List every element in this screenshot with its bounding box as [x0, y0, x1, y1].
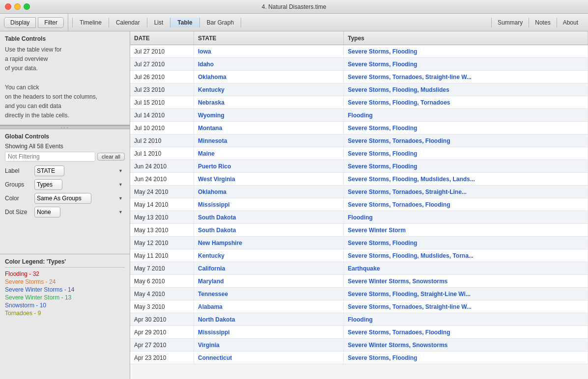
table-row[interactable]: Jul 14 2010WyomingFlooding [130, 109, 588, 122]
tab-about[interactable]: About [557, 18, 584, 27]
filter-input[interactable] [5, 152, 95, 162]
td-state[interactable]: Nebraska [194, 96, 344, 108]
table-row[interactable]: May 7 2010CaliforniaEarthquake [130, 262, 588, 275]
table-row[interactable]: May 24 2010OklahomaSevere Storms, Tornad… [130, 186, 588, 198]
td-types[interactable]: Severe Storms, Flooding, Mudslides [344, 83, 588, 96]
td-types[interactable]: Severe Storms, Flooding [344, 160, 588, 172]
table-row[interactable]: Jul 27 2010IdahoSevere Storms, Flooding [130, 58, 588, 71]
td-state[interactable]: South Dakota [194, 224, 344, 236]
td-types[interactable]: Severe Storms, Tornadoes, Flooding [344, 198, 588, 211]
td-types[interactable]: Flooding [344, 109, 588, 121]
td-state[interactable]: Virginia [194, 339, 344, 351]
td-types[interactable]: Severe Winter Storms, Snowstorms [344, 275, 588, 287]
td-types[interactable]: Severe Storms, Flooding, Mudslides, Land… [344, 173, 588, 185]
td-state[interactable]: Puerto Rico [194, 160, 344, 172]
td-state[interactable]: Connecticut [194, 352, 344, 364]
tab-filter[interactable]: Filter [38, 17, 64, 28]
td-state[interactable]: West Virginia [194, 173, 344, 185]
th-state[interactable]: STATE [194, 31, 344, 45]
td-types[interactable]: Severe Storms, Flooding [344, 58, 588, 70]
table-row[interactable]: Apr 29 2010MississippiSevere Storms, Tor… [130, 326, 588, 339]
td-state[interactable]: Oklahoma [194, 186, 344, 198]
td-types[interactable]: Flooding [344, 211, 588, 223]
td-state[interactable]: New Hampshire [194, 237, 344, 249]
table-row[interactable]: May 14 2010MississippiSevere Storms, Tor… [130, 198, 588, 211]
td-state[interactable]: California [194, 262, 344, 274]
td-types[interactable]: Flooding [344, 313, 588, 325]
td-state[interactable]: Mississippi [194, 326, 344, 338]
td-types[interactable]: Severe Storms, Tornadoes, Flooding [344, 326, 588, 338]
td-types[interactable]: Severe Storms, Tornadoes, Straight-line … [344, 300, 588, 313]
table-row[interactable]: Jul 27 2010IowaSevere Storms, Flooding [130, 45, 588, 58]
td-state[interactable]: Alabama [194, 300, 344, 313]
tab-list[interactable]: List [147, 18, 171, 27]
table-row[interactable]: May 4 2010TennesseeSevere Storms, Floodi… [130, 288, 588, 300]
table-row[interactable]: Jul 1 2010MaineSevere Storms, Flooding [130, 147, 588, 160]
td-types[interactable]: Severe Storms, Tornadoes, Straight-line … [344, 71, 588, 83]
td-state[interactable]: North Dakota [194, 313, 344, 325]
table-row[interactable]: Jul 10 2010MontanaSevere Storms, Floodin… [130, 122, 588, 135]
td-types[interactable]: Severe Storms, Tornadoes, Flooding [344, 135, 588, 147]
table-row[interactable]: May 11 2010KentuckySevere Storms, Floodi… [130, 249, 588, 262]
td-state[interactable]: Montana [194, 122, 344, 134]
td-state[interactable]: Mississippi [194, 198, 344, 211]
td-state[interactable]: South Dakota [194, 211, 344, 223]
td-types[interactable]: Severe Storms, Flooding, Mudslides, Torn… [344, 249, 588, 262]
td-types[interactable]: Severe Winter Storm [344, 224, 588, 236]
label-select[interactable]: STATE [34, 165, 64, 176]
window-controls[interactable] [5, 3, 30, 10]
td-state[interactable]: Minnesota [194, 135, 344, 147]
close-button[interactable] [5, 3, 11, 10]
td-state[interactable]: Kentucky [194, 83, 344, 96]
th-date[interactable]: DATE [130, 31, 194, 45]
td-types[interactable]: Earthquake [344, 262, 588, 274]
td-types[interactable]: Severe Storms, Flooding [344, 122, 588, 134]
td-state[interactable]: Iowa [194, 45, 344, 57]
table-row[interactable]: Apr 27 2010VirginiaSevere Winter Storms,… [130, 339, 588, 352]
dot-size-select[interactable]: None [34, 207, 60, 217]
table-row[interactable]: Apr 30 2010North DakotaFlooding [130, 313, 588, 326]
table-body[interactable]: Jul 27 2010IowaSevere Storms, FloodingJu… [130, 45, 588, 379]
td-types[interactable]: Severe Storms, Tornadoes, Straight-Line.… [344, 186, 588, 198]
table-row[interactable]: Jul 15 2010NebraskaSevere Storms, Floodi… [130, 96, 588, 109]
tab-display[interactable]: Display [4, 17, 36, 28]
table-row[interactable]: Apr 23 2010ConnecticutSevere Storms, Flo… [130, 352, 588, 364]
td-state[interactable]: Oklahoma [194, 71, 344, 83]
table-row[interactable]: May 3 2010AlabamaSevere Storms, Tornadoe… [130, 300, 588, 313]
td-state[interactable]: Maine [194, 147, 344, 160]
table-row[interactable]: Jul 23 2010KentuckySevere Storms, Floodi… [130, 83, 588, 96]
table-row[interactable]: May 13 2010South DakotaFlooding [130, 211, 588, 224]
td-state[interactable]: Wyoming [194, 109, 344, 121]
tab-timeline[interactable]: Timeline [72, 18, 109, 27]
td-types[interactable]: Severe Storms, Flooding [344, 45, 588, 57]
maximize-button[interactable] [24, 3, 30, 10]
td-types[interactable]: Severe Storms, Flooding [344, 237, 588, 249]
table-row[interactable]: May 12 2010New HampshireSevere Storms, F… [130, 237, 588, 249]
groups-select[interactable]: Types [34, 179, 62, 190]
th-types[interactable]: Types [344, 31, 588, 45]
td-state[interactable]: Kentucky [194, 249, 344, 262]
clear-all-button[interactable]: clear all [97, 153, 125, 161]
tab-notes[interactable]: Notes [529, 18, 556, 27]
tab-table[interactable]: Table [170, 18, 199, 27]
table-row[interactable]: May 6 2010MarylandSevere Winter Storms, … [130, 275, 588, 288]
td-types[interactable]: Severe Storms, Flooding, Tornadoes [344, 96, 588, 108]
td-types[interactable]: Severe Winter Storms, Snowstorms [344, 339, 588, 351]
tab-calendar[interactable]: Calendar [109, 18, 147, 27]
td-types[interactable]: Severe Storms, Flooding [344, 147, 588, 160]
td-state[interactable]: Tennessee [194, 288, 344, 300]
table-row[interactable]: Jul 26 2010OklahomaSevere Storms, Tornad… [130, 71, 588, 83]
td-state[interactable]: Idaho [194, 58, 344, 70]
table-row[interactable]: Jul 2 2010MinnesotaSevere Storms, Tornad… [130, 135, 588, 147]
minimize-button[interactable] [14, 3, 21, 10]
td-types[interactable]: Severe Storms, Flooding, Straight-Line W… [344, 288, 588, 300]
td-types[interactable]: Severe Storms, Flooding [344, 352, 588, 364]
tab-summary[interactable]: Summary [491, 18, 529, 27]
panel-divider[interactable] [0, 125, 130, 129]
tab-bar-graph[interactable]: Bar Graph [200, 18, 241, 27]
table-row[interactable]: Jun 24 2010West VirginiaSevere Storms, F… [130, 173, 588, 186]
table-row[interactable]: Jun 24 2010Puerto RicoSevere Storms, Flo… [130, 160, 588, 173]
color-select[interactable]: Same As Groups [34, 193, 91, 204]
table-row[interactable]: May 13 2010South DakotaSevere Winter Sto… [130, 224, 588, 237]
td-state[interactable]: Maryland [194, 275, 344, 287]
